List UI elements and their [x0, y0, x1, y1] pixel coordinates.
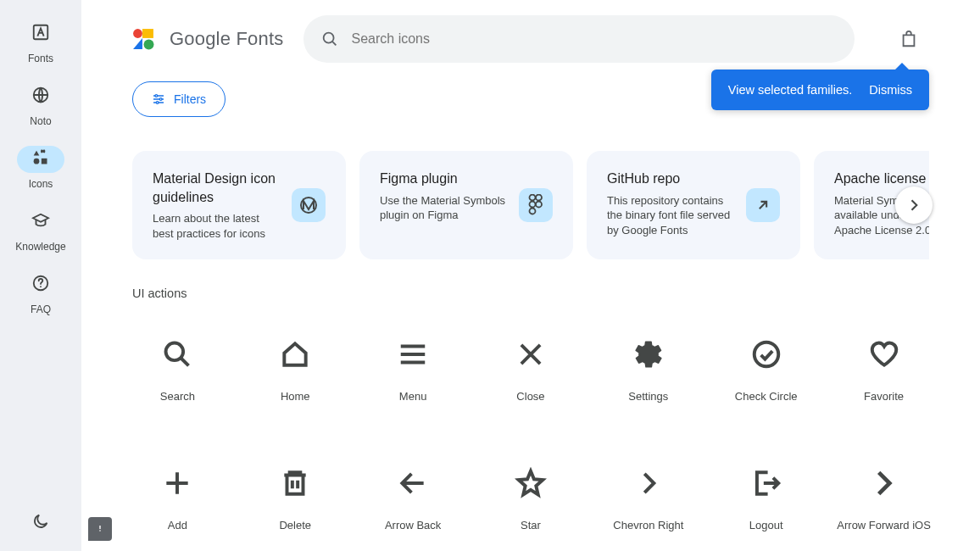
card-title: Figma plugin [380, 170, 507, 188]
star-icon [514, 466, 548, 500]
search-bar[interactable] [303, 15, 855, 63]
icon-grid: Search Home Menu Close Settings Check Ci… [81, 314, 980, 551]
figma-icon [519, 188, 553, 222]
tooltip-text: View selected families. [728, 83, 852, 97]
chevron-right-icon [905, 197, 922, 214]
arrow-back-icon [396, 466, 430, 500]
tune-icon [152, 92, 165, 106]
svg-rect-22 [99, 530, 100, 531]
sidebar-label-faq: FAQ [31, 303, 51, 315]
icon-delete[interactable]: Delete [237, 442, 354, 551]
icon-search[interactable]: Search [119, 314, 237, 442]
header: Google Fonts [81, 0, 980, 78]
icon-chevron-right[interactable]: Chevron Right [589, 442, 707, 551]
icon-logout[interactable]: Logout [707, 442, 825, 551]
svg-point-10 [155, 95, 158, 97]
brand-text: Google Fonts [170, 28, 283, 50]
globe-icon [31, 86, 50, 108]
google-fonts-logo-icon [132, 28, 154, 50]
svg-point-2 [34, 159, 40, 164]
favorite-icon [867, 337, 901, 371]
svg-point-12 [156, 102, 159, 104]
filters-button[interactable]: Filters [132, 81, 226, 117]
svg-point-18 [530, 209, 536, 214]
info-cards: Material Design icon guidelines Learn ab… [132, 151, 929, 259]
bag-icon [899, 30, 918, 48]
logo[interactable]: Google Fonts [132, 28, 283, 50]
card-github-repo[interactable]: GitHub repo This repository contains the… [587, 151, 800, 259]
icon-settings[interactable]: Settings [589, 314, 707, 442]
bag-button[interactable] [892, 22, 926, 56]
close-icon [514, 337, 548, 371]
sidebar-item-fonts[interactable]: Fonts [17, 20, 64, 64]
sidebar: Fonts Noto Icons Knowledge FAQ [0, 0, 81, 551]
card-desc: Learn about the latest best practices fo… [153, 211, 280, 241]
sidebar-item-icons[interactable]: Icons [17, 146, 64, 190]
svg-point-15 [536, 195, 542, 201]
svg-point-5 [40, 286, 42, 287]
sidebar-label-fonts: Fonts [28, 53, 53, 64]
icon-star[interactable]: Star [472, 442, 590, 551]
svg-rect-7 [142, 29, 153, 38]
icon-arrow-forward-ios[interactable]: Arrow Forward iOS [825, 442, 943, 551]
arrow-forward-ios-icon [867, 466, 901, 500]
card-title: Material Design icon guidelines [153, 170, 280, 206]
settings-icon [632, 337, 665, 371]
shapes-icon [32, 149, 49, 170]
svg-point-20 [754, 342, 778, 367]
menu-icon [396, 337, 430, 371]
icon-menu[interactable]: Menu [354, 314, 472, 442]
delete-icon [278, 466, 312, 500]
add-icon [160, 466, 194, 500]
home-icon [278, 337, 312, 371]
sidebar-item-knowledge[interactable]: Knowledge [15, 209, 65, 253]
feedback-icon [93, 522, 107, 536]
tooltip-dismiss[interactable]: Dismiss [869, 83, 912, 97]
svg-point-16 [530, 202, 536, 208]
search-icon [320, 30, 339, 48]
help-icon [31, 274, 50, 296]
card-material-guidelines[interactable]: Material Design icon guidelines Learn ab… [132, 151, 346, 259]
svg-point-8 [144, 40, 154, 50]
main-content: Google Fonts Filters View selected famil… [81, 0, 980, 551]
icon-home[interactable]: Home [237, 314, 354, 442]
dark-mode-toggle[interactable] [31, 512, 50, 534]
icon-favorite[interactable]: Favorite [825, 314, 943, 442]
svg-point-19 [166, 343, 184, 361]
card-figma-plugin[interactable]: Figma plugin Use the Material Symbols pl… [359, 151, 573, 259]
svg-rect-21 [99, 526, 100, 529]
sidebar-item-faq[interactable]: FAQ [17, 271, 64, 315]
search-icon [160, 337, 194, 371]
external-link-icon [746, 188, 780, 222]
svg-rect-3 [42, 159, 47, 164]
sidebar-label-knowledge: Knowledge [15, 241, 65, 253]
chevron-right-icon [632, 466, 665, 500]
card-title: Apache license [834, 170, 929, 188]
filters-label: Filters [174, 92, 206, 106]
font-a-icon [31, 23, 50, 45]
section-title: UI actions [81, 287, 980, 300]
search-input[interactable] [351, 31, 838, 47]
svg-point-6 [133, 29, 142, 38]
moon-icon [31, 512, 50, 531]
logout-icon [749, 466, 783, 500]
icon-add[interactable]: Add [119, 442, 237, 551]
icon-close[interactable]: Close [472, 314, 590, 442]
icon-arrow-back[interactable]: Arrow Back [354, 442, 472, 551]
tooltip-selected-families: View selected families. Dismiss [711, 70, 929, 110]
sidebar-label-noto: Noto [30, 115, 51, 127]
card-title: GitHub repo [607, 170, 734, 188]
svg-point-14 [530, 195, 536, 201]
graduation-icon [31, 211, 50, 233]
card-desc: This repository contains the binary font… [607, 193, 734, 238]
cards-next-button[interactable] [895, 186, 933, 224]
feedback-button[interactable] [88, 517, 112, 541]
icon-check-circle[interactable]: Check Circle [707, 314, 825, 442]
svg-point-9 [324, 33, 334, 43]
card-desc: Use the Material Symbols plugin on Figma [380, 193, 507, 223]
svg-point-17 [536, 202, 542, 208]
material-design-icon [292, 188, 326, 222]
sidebar-item-noto[interactable]: Noto [17, 83, 64, 127]
svg-point-11 [159, 98, 162, 101]
sidebar-label-icons: Icons [29, 178, 53, 190]
